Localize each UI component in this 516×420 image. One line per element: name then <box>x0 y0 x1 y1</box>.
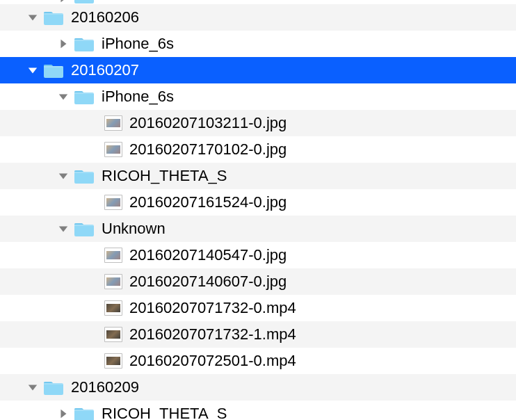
indent <box>0 176 57 177</box>
tree-folder-row[interactable]: 20160206 <box>0 4 516 31</box>
chevron-down-icon[interactable] <box>57 223 70 235</box>
tree-item-label: 20160207140547-0.jpg <box>129 242 287 268</box>
indent <box>0 17 26 18</box>
tree-folder-row[interactable]: RICOH_THETA_S <box>0 163 516 189</box>
chevron-down-icon[interactable] <box>26 11 39 24</box>
tree-folder-row[interactable]: 20160209 <box>0 374 516 401</box>
tree-file-row[interactable]: 20160207072501-0.mp4 <box>0 348 516 374</box>
tree-item-label: 20160209 <box>71 374 139 401</box>
indent <box>0 70 26 71</box>
tree-item-label: RICOH_THETA_S <box>102 163 227 189</box>
tree-item-label: 20160207071732-1.mp4 <box>129 321 296 348</box>
tree-item-label: 20160207170102-0.jpg <box>129 136 287 163</box>
tree-folder-row[interactable]: 20160207 <box>0 57 516 83</box>
image-thumbnail-icon <box>104 115 122 131</box>
tree-folder-row[interactable]: Unknown <box>0 216 516 242</box>
image-thumbnail-icon <box>104 248 122 263</box>
tree-folder-row[interactable]: iPhone_6s <box>0 83 516 110</box>
video-thumbnail-icon <box>104 300 122 316</box>
tree-item-label: 20160207161524-0.jpg <box>129 189 287 216</box>
indent <box>0 229 57 229</box>
tree-file-row[interactable]: 20160207071732-0.mp4 <box>0 295 516 321</box>
image-thumbnail-icon <box>104 142 122 157</box>
indent <box>0 308 88 309</box>
indent <box>0 44 57 45</box>
folder-icon <box>43 62 64 79</box>
tree-item-label: Unknown <box>102 216 166 242</box>
folder-icon <box>74 88 95 105</box>
image-thumbnail-icon <box>104 195 122 210</box>
indent <box>0 414 57 414</box>
folder-icon <box>43 9 64 26</box>
tree-file-row[interactable]: 20160207140607-0.jpg <box>0 268 516 295</box>
chevron-right-icon[interactable] <box>57 407 70 420</box>
tree-item-label: iPhone_6s <box>102 31 174 57</box>
folder-icon <box>74 405 95 420</box>
tree-item-label: RICOH_THETA_S <box>102 401 227 420</box>
indent <box>0 202 88 203</box>
tree-item-label: 20160207072501-0.mp4 <box>129 348 296 374</box>
indent <box>0 123 88 124</box>
tree-item-label: 20160207071732-0.mp4 <box>129 295 296 321</box>
tree-file-row[interactable]: 20160207140547-0.jpg <box>0 242 516 268</box>
folder-icon <box>43 379 64 396</box>
video-thumbnail-icon <box>104 353 122 369</box>
indent <box>0 3 57 4</box>
indent <box>0 150 88 150</box>
chevron-right-icon[interactable] <box>57 0 70 4</box>
tree-folder-row[interactable]: iPhone_6s <box>0 31 516 57</box>
tree-item-label: 20160207 <box>71 57 139 83</box>
file-tree[interactable]: iPhone_6s 20160206 iPhone_6s 20160207 iP… <box>0 0 516 398</box>
chevron-down-icon[interactable] <box>57 90 70 103</box>
tree-item-label: 20160207140607-0.jpg <box>129 268 287 295</box>
tree-folder-row[interactable]: RICOH_THETA_S <box>0 401 516 420</box>
video-thumbnail-icon <box>104 327 122 342</box>
tree-file-row[interactable]: 20160207161524-0.jpg <box>0 189 516 216</box>
indent <box>0 334 88 335</box>
image-thumbnail-icon <box>104 274 122 289</box>
indent <box>0 361 88 362</box>
tree-file-row[interactable]: 20160207170102-0.jpg <box>0 136 516 163</box>
tree-file-row[interactable]: 20160207103211-0.jpg <box>0 110 516 136</box>
tree-item-label: iPhone_6s <box>102 83 174 110</box>
indent <box>0 97 57 97</box>
folder-icon <box>74 168 95 184</box>
indent <box>0 387 26 388</box>
indent <box>0 255 88 256</box>
chevron-right-icon[interactable] <box>57 38 70 50</box>
folder-icon <box>74 220 95 237</box>
chevron-down-icon[interactable] <box>26 381 39 394</box>
indent <box>0 282 88 282</box>
chevron-down-icon[interactable] <box>26 64 39 76</box>
tree-file-row[interactable]: 20160207071732-1.mp4 <box>0 321 516 348</box>
chevron-down-icon[interactable] <box>57 170 70 182</box>
folder-icon <box>74 35 95 52</box>
tree-item-label: 20160207103211-0.jpg <box>129 110 287 136</box>
tree-item-label: 20160206 <box>71 4 139 31</box>
